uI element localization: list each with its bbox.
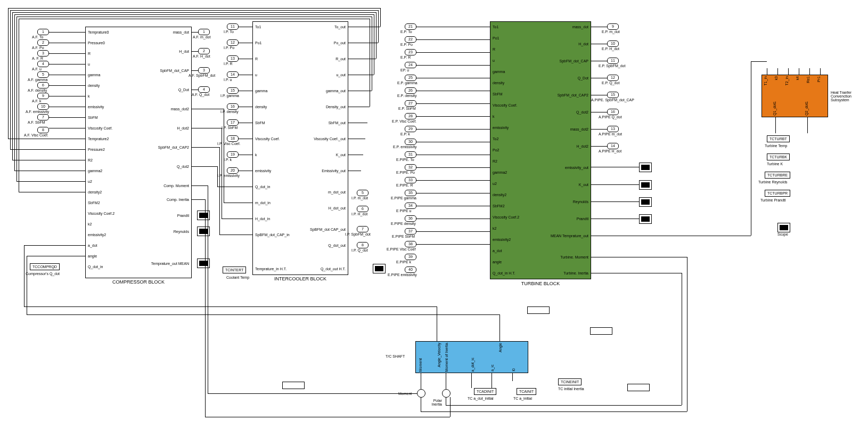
ep-inport-25-label: E.P. gamma [397, 81, 417, 85]
epipe-inport-35[interactable]: 35 [405, 190, 416, 196]
epipe-inport-40[interactable]: 40 [405, 267, 416, 273]
turb-scope-4[interactable] [639, 214, 652, 224]
const-tcineinit[interactable]: TCINEINIT [558, 378, 582, 385]
tb-out-10: Reynolds [573, 200, 588, 204]
tcshaft-block[interactable]: Angle_Velocity Angle Moment Moment of In… [415, 341, 528, 373]
ip-inport-19-label: I.P. k [224, 158, 232, 162]
ip-inport-12[interactable]: 12 [227, 39, 239, 46]
af-inport-4[interactable]: 4 [37, 61, 49, 67]
ip-inport-15[interactable]: 15 [227, 87, 239, 94]
af-inport-1[interactable]: 1 [37, 29, 49, 35]
ip-inport-11[interactable]: 11 [227, 23, 239, 30]
const-tcadinit[interactable]: TCADINIT [474, 388, 496, 395]
turb-scope-3[interactable] [639, 197, 652, 207]
compressor-block[interactable]: Temprature0 Pressure0 R u gamma density … [85, 27, 192, 278]
af-inport-3[interactable]: 3 [37, 50, 49, 56]
ep-inport-28[interactable]: 28 [405, 113, 416, 119]
ip-inport-20[interactable]: 20 [227, 167, 239, 174]
display-1[interactable] [282, 382, 305, 389]
ip-inport-17[interactable]: 17 [227, 119, 239, 126]
epipe-inport-33[interactable]: 33 [405, 177, 416, 183]
ep-inport-30[interactable]: 30 [405, 139, 416, 145]
ip-outport-8[interactable]: 8 [357, 242, 369, 248]
const-tcturbt[interactable]: TCTURBT [767, 135, 790, 142]
epipe-inport-37[interactable]: 37 [405, 228, 416, 235]
ic-in-5: density [255, 105, 267, 109]
apipe-outport-13[interactable]: 13 [607, 126, 619, 132]
comp-out-1: H_dot [179, 50, 189, 53]
apipe-outport-16[interactable]: 16 [607, 109, 619, 115]
tb-in-0: To1 [493, 25, 498, 29]
turb-scope-2[interactable] [639, 180, 652, 190]
ep-outport-12[interactable]: 12 [607, 75, 619, 81]
af-inport-2[interactable]: 2 [37, 39, 49, 46]
epipe-inport-32[interactable]: 32 [405, 164, 416, 171]
epipe-inport-31[interactable]: 31 [405, 151, 416, 158]
const-tccomprod[interactable]: TCCOMPRQD [30, 263, 60, 270]
af-outport-4[interactable]: 4 [198, 86, 210, 93]
const-tcainit[interactable]: TCAINIT [517, 388, 536, 395]
tb-in-21: angle [493, 260, 502, 264]
turb-scope-1[interactable] [639, 163, 652, 172]
apipe-outport-14[interactable]: 14 [607, 143, 619, 149]
af-inport-7[interactable]: 7 [37, 114, 49, 120]
ip-outport-5-label: I.P. m_dot [351, 196, 368, 200]
epipe-inport-34[interactable]: 34 [405, 203, 416, 209]
display-2[interactable] [527, 306, 550, 314]
af-inport-9[interactable]: 9 [37, 93, 49, 99]
apipe-outport-14-label: A.PIPE H_dot [599, 149, 621, 153]
ep-inport-25[interactable]: 25 [405, 75, 416, 81]
ep-inport-23[interactable]: 23 [405, 49, 416, 55]
turbine-block[interactable]: To1 Po1 R u gamma density SbFM Viscosity… [490, 21, 591, 279]
ep-inport-29[interactable]: 29 [405, 126, 416, 132]
ic-out-4: gamma_out [326, 89, 346, 93]
af-outport-3[interactable]: 3 [198, 67, 210, 74]
epipe-inport-39[interactable]: 39 [405, 254, 416, 260]
tb-out-1: H_dot [578, 42, 588, 46]
af-outport-1[interactable]: 1 [198, 29, 210, 35]
intercooler-block[interactable]: To1 Po1 R u gamma density SbFM Viscosity… [252, 21, 348, 275]
ip-outport-6[interactable]: 6 [357, 206, 369, 212]
ip-inport-19[interactable]: 19 [227, 151, 239, 158]
const-tcintert[interactable]: TCINTERT [223, 267, 246, 273]
ep-inport-21[interactable]: 21 [405, 23, 416, 30]
af-inport-5[interactable]: 5 [37, 71, 49, 78]
af-inport-5-label: A.F. gamma [28, 78, 47, 82]
af-inport-10[interactable]: 10 [37, 103, 49, 110]
af-outport-2[interactable]: 2 [198, 48, 210, 54]
ic-out-2: R_out [335, 57, 346, 61]
ip-inport-13[interactable]: 13 [227, 55, 239, 62]
ip-outport-7-label: I.P. SpbFM_dot [345, 232, 371, 236]
epipe-inport-36[interactable]: 36 [405, 215, 416, 222]
heat-scope[interactable] [777, 223, 790, 232]
epipe-inport-38[interactable]: 38 [405, 241, 416, 247]
ep-outport-10[interactable]: 10 [607, 41, 619, 47]
sum-inertia[interactable] [442, 389, 451, 398]
heat-in-1: k3 [774, 76, 778, 80]
ip-outport-5[interactable]: 5 [357, 190, 369, 196]
ip-inport-18[interactable]: 18 [227, 135, 239, 142]
ip-outport-7[interactable]: 7 [357, 226, 369, 232]
heat-block[interactable]: T1_in k3 T2_in k4 Re1 Pr1 Q1_dot1 Q2_dot… [761, 75, 828, 117]
ep-inport-24[interactable]: 24 [405, 62, 416, 68]
ep-inport-22[interactable]: 22 [405, 36, 416, 43]
display-3[interactable] [590, 327, 612, 335]
ip-inport-16[interactable]: 16 [227, 103, 239, 110]
ip-inport-14[interactable]: 14 [227, 71, 239, 78]
sum-moment[interactable] [417, 389, 425, 398]
apipe-outport-15[interactable]: 15 [607, 92, 619, 98]
ep-outport-9[interactable]: 9 [607, 23, 619, 30]
epipe-inport-34-label: E PIPE u [396, 209, 411, 213]
ep-inport-27[interactable]: 27 [405, 100, 416, 107]
const-tcturbpr[interactable]: TCTURBPR [765, 190, 790, 197]
af-inport-8[interactable]: 8 [37, 127, 49, 133]
ic-scope-ht[interactable] [373, 264, 386, 273]
const-tcturbre[interactable]: TCTURBRE [765, 172, 790, 179]
const-tcturbk[interactable]: TCTURBK [767, 154, 790, 160]
display-4[interactable] [627, 384, 650, 391]
ep-inport-26[interactable]: 26 [405, 87, 416, 94]
tcs-in-0: Moment [419, 358, 422, 372]
ic-in-2: R [255, 57, 258, 61]
ep-outport-11[interactable]: 11 [607, 58, 619, 64]
af-inport-6[interactable]: 6 [37, 82, 49, 88]
